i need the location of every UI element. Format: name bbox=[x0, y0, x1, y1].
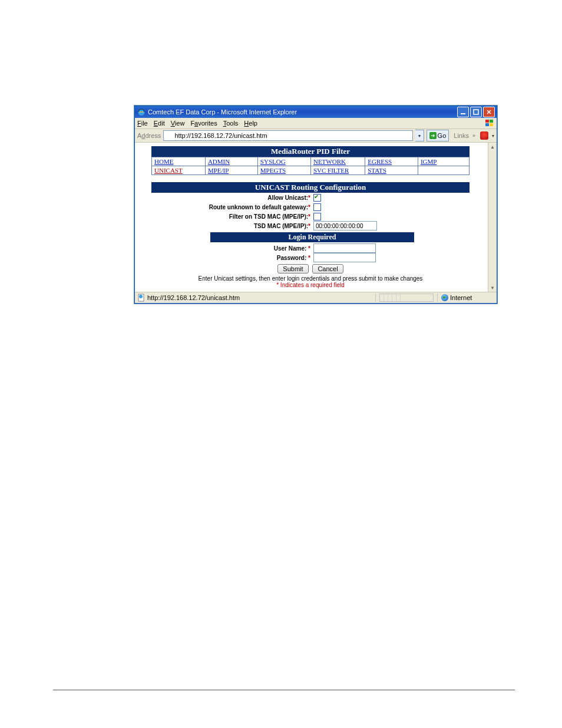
submit-button[interactable]: Submit bbox=[277, 264, 308, 274]
button-row: Submit Cancel bbox=[151, 264, 470, 274]
address-dropdown-button[interactable]: ▾ bbox=[415, 130, 424, 141]
row-username: User Name: * bbox=[151, 243, 470, 253]
ie-icon bbox=[137, 108, 146, 116]
status-bar: http://192.168.12.72/unicast.htm Interne… bbox=[135, 292, 497, 303]
page: Comtech EF Data Corp - Microsoft Interne… bbox=[0, 0, 562, 728]
svg-rect-5 bbox=[485, 123, 489, 126]
checkbox-allow-unicast[interactable] bbox=[313, 194, 321, 202]
nav-link-igmp[interactable]: IGMP bbox=[421, 158, 437, 165]
scroll-up-icon[interactable]: ▲ bbox=[488, 143, 497, 151]
browser-window: Comtech EF Data Corp - Microsoft Interne… bbox=[134, 106, 497, 304]
svg-rect-1 bbox=[461, 113, 465, 114]
address-input[interactable] bbox=[163, 130, 412, 141]
nav-link-mpegts[interactable]: MPEGTS bbox=[260, 167, 286, 174]
svg-rect-4 bbox=[490, 120, 493, 123]
nav-menu: HOME ADMIN SYSLOG NETWORK EGRESS IGMP UN… bbox=[151, 157, 470, 175]
menu-file[interactable]: File bbox=[137, 120, 148, 127]
menu-help[interactable]: Help bbox=[244, 120, 257, 127]
address-input-wrap bbox=[163, 130, 412, 141]
login-header: Login Required bbox=[210, 232, 414, 242]
scroll-down-icon[interactable]: ▼ bbox=[488, 284, 497, 292]
menu-favorites[interactable]: Favorites bbox=[190, 120, 217, 127]
label-filter-tsd: Filter on TSD MAC (MPE/IP): bbox=[229, 213, 308, 220]
menu-edit[interactable]: Edit bbox=[154, 120, 165, 127]
status-url: http://192.168.12.72/unicast.htm bbox=[147, 294, 240, 301]
svg-rect-3 bbox=[485, 120, 489, 123]
checkbox-route-unknown[interactable] bbox=[313, 203, 321, 211]
maximize-button[interactable] bbox=[470, 107, 482, 117]
label-allow-unicast: Allow Unicast: bbox=[267, 195, 308, 201]
window-controls bbox=[457, 107, 495, 117]
internet-zone-icon bbox=[441, 294, 448, 301]
nav-link-network[interactable]: NETWORK bbox=[313, 158, 346, 165]
minimize-button[interactable] bbox=[457, 107, 469, 117]
go-arrow-icon: ➔ bbox=[429, 132, 437, 139]
address-bar: Address ▾ ➔ Go Links » ▾ bbox=[135, 129, 497, 143]
input-password[interactable] bbox=[313, 253, 376, 262]
progress-bar bbox=[379, 294, 434, 302]
nav-link-mpeip[interactable]: MPE/IP bbox=[208, 167, 229, 174]
label-username: User Name: bbox=[274, 245, 307, 252]
help-text: Enter Unicast settings, then enter login… bbox=[151, 275, 470, 282]
security-zone: Internet bbox=[441, 294, 494, 301]
section-header-unicast: UNICAST Routing Configuration bbox=[151, 182, 470, 193]
row-route-unknown: Route unknown to default gateway:* bbox=[151, 202, 470, 212]
input-tsd-mac[interactable] bbox=[313, 221, 377, 230]
required-text: * Indicates a required field bbox=[151, 282, 470, 288]
nav-link-admin[interactable]: ADMIN bbox=[208, 158, 230, 165]
windows-flag-icon bbox=[485, 119, 494, 127]
security-shield-icon[interactable] bbox=[480, 131, 488, 140]
row-allow-unicast: Allow Unicast:* bbox=[151, 193, 470, 202]
status-page-icon bbox=[137, 294, 146, 302]
document-footer-rule bbox=[53, 689, 515, 691]
nav-empty-cell bbox=[418, 166, 469, 175]
nav-row-2: UNICAST MPE/IP MPEGTS SVC FILTER STATS bbox=[152, 166, 470, 175]
address-label: Address bbox=[137, 132, 161, 139]
nav-link-stats[interactable]: STATS bbox=[368, 167, 386, 174]
menu-view[interactable]: View bbox=[171, 120, 185, 127]
close-button[interactable] bbox=[483, 107, 495, 117]
nav-row-1: HOME ADMIN SYSLOG NETWORK EGRESS IGMP bbox=[152, 157, 470, 166]
row-tsd-mac: TSD MAC (MPE/IP):* bbox=[151, 221, 470, 230]
svg-rect-6 bbox=[490, 123, 493, 126]
cancel-button[interactable]: Cancel bbox=[312, 264, 343, 274]
svg-point-9 bbox=[139, 295, 143, 298]
input-username[interactable] bbox=[313, 243, 376, 253]
page-title-banner: MediaRouter PID Filter bbox=[151, 146, 470, 157]
nav-link-home[interactable]: HOME bbox=[154, 158, 173, 165]
nav-link-unicast[interactable]: UNICAST bbox=[154, 167, 183, 174]
label-password: Password: bbox=[277, 255, 307, 261]
label-route-unknown: Route unknown to default gateway: bbox=[209, 204, 308, 210]
shield-dropdown-icon[interactable]: ▾ bbox=[492, 133, 494, 139]
zone-label: Internet bbox=[450, 294, 472, 301]
title-bar: Comtech EF Data Corp - Microsoft Interne… bbox=[135, 106, 497, 118]
menu-bar: File Edit View Favorites Tools Help bbox=[135, 118, 497, 129]
links-label[interactable]: Links bbox=[454, 132, 469, 139]
vertical-scrollbar[interactable]: ▲ ▼ bbox=[488, 143, 497, 292]
menu-tools[interactable]: Tools bbox=[223, 120, 239, 127]
label-tsd-mac: TSD MAC (MPE/IP): bbox=[254, 223, 308, 229]
row-filter-tsd: Filter on TSD MAC (MPE/IP):* bbox=[151, 212, 470, 221]
go-label: Go bbox=[438, 132, 447, 139]
window-title: Comtech EF Data Corp - Microsoft Interne… bbox=[148, 108, 457, 116]
page-viewport: MediaRouter PID Filter HOME ADMIN SYSLOG… bbox=[135, 143, 497, 292]
unicast-form: Allow Unicast:* Route unknown to default… bbox=[151, 193, 470, 288]
svg-rect-2 bbox=[474, 110, 478, 114]
go-button[interactable]: ➔ Go bbox=[427, 130, 449, 141]
checkbox-filter-tsd[interactable] bbox=[313, 213, 321, 220]
links-chevron-icon[interactable]: » bbox=[472, 133, 475, 139]
row-password: Password: * bbox=[151, 253, 470, 262]
nav-link-egress[interactable]: EGRESS bbox=[368, 158, 392, 165]
nav-link-syslog[interactable]: SYSLOG bbox=[260, 158, 286, 165]
nav-link-svcfilter[interactable]: SVC FILTER bbox=[313, 167, 349, 174]
